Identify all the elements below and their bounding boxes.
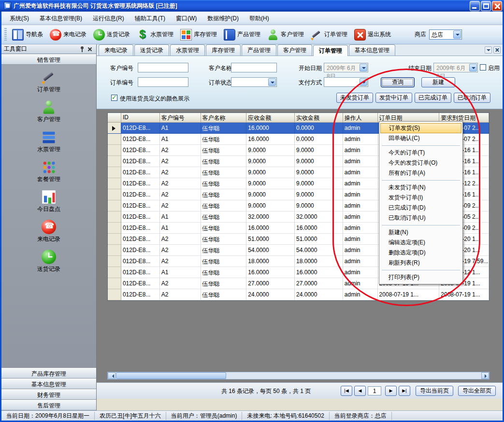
context-menu-item-5[interactable]: 所有的订单(A) (380, 168, 461, 178)
menu-item-6[interactable]: 帮助(H) (244, 12, 274, 25)
row-selector[interactable] (108, 267, 121, 278)
sidebar-group-2[interactable]: 财务管理 (1, 389, 96, 400)
color-display-checkbox[interactable] (111, 95, 117, 101)
row-selector[interactable] (108, 200, 121, 211)
row-selector[interactable] (108, 156, 121, 167)
chevron-down-icon[interactable] (360, 78, 367, 86)
menu-item-2[interactable]: 运行信息(R) (87, 12, 130, 25)
toolbar-button-pen[interactable]: 订单管理 (307, 28, 351, 42)
chevron-down-icon[interactable] (360, 64, 367, 71)
horizontal-scrollbar[interactable] (107, 372, 490, 380)
row-selector[interactable] (108, 256, 121, 267)
tab-5[interactable]: 客户管理 (277, 44, 312, 56)
menu-item-5[interactable]: 数据维护(D) (202, 12, 244, 25)
toolbar-button-exit[interactable]: 退出系统 (351, 28, 394, 42)
sidebar-item-dots[interactable]: 套餐管理 (1, 157, 96, 187)
row-selector[interactable] (108, 245, 121, 256)
end-date-picker[interactable]: 2009年 6月 8日 (433, 63, 478, 72)
last-page-button[interactable]: ▶| (399, 386, 410, 396)
shop-combobox[interactable]: 总店 (429, 29, 462, 40)
sidebar-item-phone[interactable]: 来电记录 (1, 217, 96, 247)
context-menu-item-14[interactable]: 删除选定项(D) (380, 248, 461, 258)
status-filter-button-2[interactable]: 已完成订单 (415, 93, 451, 103)
menu-item-1[interactable]: 基本信息管理(B) (34, 12, 87, 25)
export-all-pages-button[interactable]: 导出全部页 (458, 386, 496, 396)
sidebar-item-chart[interactable]: 今日盘点 (1, 187, 96, 217)
row-selector[interactable] (108, 123, 121, 134)
sidebar-item-books[interactable]: 水票管理 (1, 127, 96, 157)
row-selector[interactable] (108, 145, 121, 156)
context-menu-item-0[interactable]: 订单发货(S) (380, 123, 461, 133)
tab-0[interactable]: 来电记录 (99, 44, 133, 56)
sidebar-item-pen[interactable]: 订单管理 (1, 68, 96, 98)
toolbar-button-grid[interactable]: 库存管理 (177, 28, 220, 42)
export-current-page-button[interactable]: 导出当前页 (416, 386, 453, 396)
scrollbar-thumb[interactable] (116, 372, 226, 379)
column-header-operator[interactable]: 操作人 (343, 113, 378, 123)
tab-4[interactable]: 产品管理 (242, 44, 276, 56)
next-page-button[interactable]: ▶ (385, 386, 397, 396)
row-selector[interactable] (108, 211, 121, 223)
context-menu-item-17[interactable]: 打印列表(P) (380, 272, 461, 282)
chevron-down-icon[interactable] (469, 64, 477, 71)
context-menu-item-12[interactable]: 新建(N) (380, 227, 461, 238)
toolbar-button-nav[interactable]: 导航条 (9, 28, 46, 42)
maximize-button[interactable] (481, 1, 491, 11)
toolbar-button-phone[interactable]: 来电记录 (46, 28, 90, 42)
tab-2[interactable]: 水票管理 (170, 44, 205, 56)
toolbar-button-person[interactable]: 客户管理 (264, 28, 307, 42)
toolbar-button-book[interactable]: 产品管理 (220, 28, 264, 42)
column-header-receivable[interactable]: 应收金额 (246, 113, 295, 123)
prev-page-button[interactable]: ◀ (354, 386, 366, 396)
menu-item-0[interactable]: 系统(S) (4, 12, 34, 25)
sidebar-group-sales[interactable]: 销售管理 (1, 54, 96, 65)
column-header-customer_no[interactable]: 客户编号 (160, 113, 201, 123)
sidebar-group-3[interactable]: 售后管理 (1, 400, 96, 410)
chevron-down-icon[interactable] (453, 30, 461, 39)
scroll-right-icon[interactable] (481, 372, 489, 379)
sidebar-group-0[interactable]: 产品库存管理 (1, 368, 96, 379)
chevron-down-icon[interactable] (268, 78, 276, 86)
customer-name-input[interactable] (231, 63, 277, 72)
close-icon[interactable] (86, 45, 94, 53)
context-menu-item-4[interactable]: 今天的发货订单(O) (380, 158, 461, 168)
table-row[interactable]: 012D-E8...A2伍华聪24.000024.0000admin2008-0… (108, 289, 489, 300)
menu-item-4[interactable]: 窗口(W) (171, 12, 202, 25)
context-menu-item-3[interactable]: 今天的订单(T) (380, 148, 461, 158)
query-button[interactable]: 查询 (381, 77, 415, 87)
minimize-button[interactable] (470, 1, 480, 11)
row-selector[interactable] (108, 189, 121, 200)
row-selector[interactable] (108, 134, 121, 145)
status-filter-button-3[interactable]: 已取消订单 (454, 93, 490, 103)
context-menu-item-1[interactable]: 回单确认(C) (380, 133, 461, 143)
pay-method-combobox[interactable] (324, 77, 368, 87)
sidebar-item-person[interactable]: 客户管理 (1, 98, 96, 127)
chevron-down-icon[interactable] (485, 46, 492, 54)
context-menu-item-13[interactable]: 编辑选定项(E) (380, 238, 461, 248)
status-filter-button-0[interactable]: 未发货订单 (336, 93, 373, 103)
customer-no-input[interactable] (138, 63, 188, 72)
sidebar-group-1[interactable]: 基本信息管理 (1, 379, 96, 389)
sidebar-item-clock[interactable]: 送货记录 (1, 247, 96, 277)
tab-6[interactable]: 订单管理 (313, 45, 348, 56)
column-header-received[interactable]: 实收金额 (295, 113, 343, 123)
row-selector[interactable] (108, 223, 121, 234)
start-date-picker[interactable]: 2009年 6月 8日 (324, 63, 368, 72)
status-filter-button-1[interactable]: 发货中订单 (375, 93, 412, 103)
order-status-combobox[interactable] (231, 77, 277, 87)
toolbar-button-dollar[interactable]: 水票管理 (133, 28, 177, 42)
enable-checkbox[interactable] (480, 64, 486, 70)
column-header-customer_name[interactable]: 客户名称 (201, 113, 247, 123)
row-selector[interactable] (108, 167, 121, 178)
page-number-input[interactable] (368, 386, 381, 395)
tab-3[interactable]: 库存管理 (206, 44, 241, 56)
close-button[interactable] (492, 1, 502, 11)
toolbar-button-clock[interactable]: 送货记录 (90, 28, 133, 42)
row-selector[interactable] (108, 278, 121, 289)
new-button[interactable]: 新建 (421, 77, 455, 87)
row-selector[interactable] (108, 289, 121, 300)
context-menu-item-9[interactable]: 已完成订单(D) (380, 203, 461, 213)
tab-1[interactable]: 送货记录 (134, 44, 169, 56)
menu-item-3[interactable]: 辅助工具(T) (130, 12, 171, 25)
tab-7[interactable]: 基本信息管理 (349, 44, 395, 56)
